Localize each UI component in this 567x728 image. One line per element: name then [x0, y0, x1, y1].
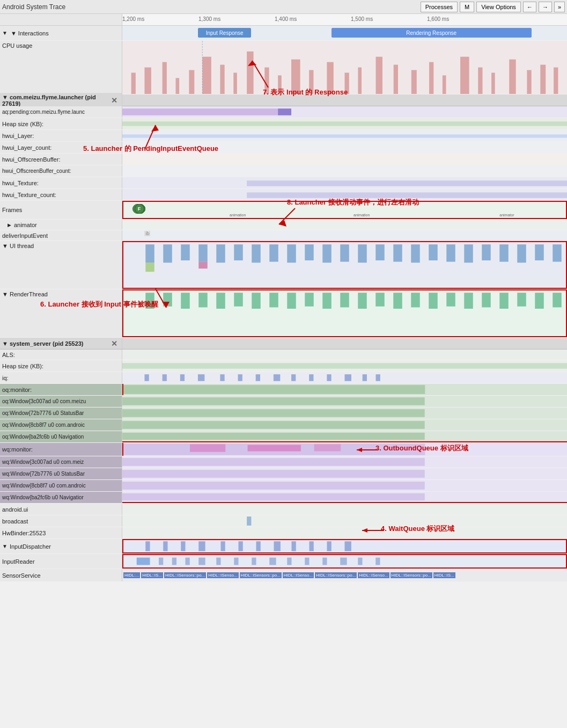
system-server-close-button[interactable]: ✕: [111, 339, 117, 348]
oq-window-3c-track: [122, 396, 567, 407]
svg-rect-23: [491, 72, 495, 94]
hidl-label-7: HIDL::ISensors::po...: [315, 572, 357, 578]
broadcast-label: broadcast: [0, 515, 122, 527]
svg-rect-89: [144, 374, 149, 381]
svg-rect-29: [122, 108, 278, 115]
processes-button[interactable]: Processes: [421, 2, 458, 12]
view-options-button[interactable]: View Options: [476, 2, 521, 12]
svg-rect-12: [309, 70, 313, 94]
svg-rect-136: [252, 558, 256, 565]
svg-rect-109: [190, 444, 225, 452]
svg-rect-27: [554, 68, 558, 94]
svg-rect-101: [363, 374, 367, 381]
heap-size-sys-track: [122, 360, 567, 372]
heap-size-sys-label: Heap size (KB):: [0, 360, 122, 372]
svg-rect-34: [247, 192, 567, 198]
svg-rect-75: [340, 293, 349, 307]
interactions-triangle[interactable]: ▼: [2, 30, 8, 36]
svg-rect-94: [238, 374, 242, 381]
interactions-text: ▼ Interactions: [11, 30, 49, 37]
svg-rect-42: [198, 244, 208, 261]
hwui-texture-track: [122, 177, 567, 188]
oq-window-ba-row: oq:Window{ba2fc6b u0 Navigation: [0, 431, 567, 443]
svg-rect-55: [411, 244, 420, 263]
oq-window-8c-track: [122, 419, 567, 431]
wq-window-8c-row: wq:Window{8cb8f7 u0 com.androic: [0, 480, 567, 492]
svg-rect-96: [274, 374, 280, 381]
iq-label: iq:: [0, 372, 122, 383]
inputdispatcher-label: ▼ InputDispatcher: [0, 539, 122, 554]
hwui-texture-count-track: [122, 189, 567, 200]
animator-track: [122, 220, 567, 230]
svg-rect-110: [248, 445, 301, 452]
wq-monitor-track: [122, 443, 567, 456]
android-ui-row: android.ui: [0, 504, 567, 515]
svg-rect-84: [499, 293, 509, 309]
svg-rect-62: [535, 244, 544, 260]
svg-rect-44: [216, 244, 225, 263]
svg-rect-134: [216, 558, 220, 565]
rendering-response-label: Rendering Response: [406, 30, 456, 36]
svg-rect-14: [345, 72, 349, 94]
svg-rect-121: [221, 541, 225, 551]
nav-expand-button[interactable]: »: [554, 2, 565, 12]
svg-rect-115: [122, 493, 425, 500]
svg-rect-112: [122, 458, 425, 466]
heap-size-launcher-track: [122, 118, 567, 129]
hwui-offscreen-count-label: hwui_OffscreenBuffer_count:: [0, 165, 122, 177]
input-response-label: Input Response: [206, 30, 244, 36]
svg-rect-82: [464, 293, 473, 309]
svg-rect-125: [292, 541, 296, 551]
timeline-label-spacer: [0, 14, 122, 25]
app-title: Android System Trace: [2, 3, 65, 11]
svg-rect-6: [220, 65, 224, 94]
svg-rect-113: [122, 470, 425, 478]
render-thread-label: ▼ RenderThread: [0, 289, 122, 337]
svg-rect-26: [540, 65, 546, 94]
inputdispatcher-triangle[interactable]: ▼: [2, 543, 8, 549]
svg-rect-135: [234, 558, 238, 565]
svg-rect-2: [163, 62, 167, 94]
inputreader-row: InputReader: [0, 554, 567, 569]
svg-rect-86: [535, 293, 544, 309]
hwbinder-label: HwBinder:25523: [0, 527, 122, 538]
svg-rect-139: [305, 558, 309, 565]
svg-rect-68: [216, 293, 225, 309]
svg-rect-58: [464, 244, 473, 263]
hwui-offscreen-label: hwui_OffscreenBuffer:: [0, 154, 122, 165]
nav-back-button[interactable]: ←: [523, 2, 536, 12]
svg-rect-32: [122, 134, 567, 137]
svg-rect-105: [122, 409, 425, 417]
svg-rect-5: [202, 57, 211, 94]
hwui-layer-count-row: hwui_Layer_count:: [0, 142, 567, 154]
ui-thread-label: ▼ UI thread: [0, 241, 122, 289]
frames-label: Frames: [0, 201, 122, 219]
rendering-response-bar: Rendering Response: [332, 28, 532, 38]
m-button[interactable]: M: [460, 2, 474, 12]
svg-rect-131: [172, 558, 176, 565]
nav-forward-button[interactable]: →: [539, 2, 552, 12]
launcher-close-button[interactable]: ✕: [111, 96, 117, 105]
svg-rect-21: [460, 57, 469, 94]
svg-rect-103: [123, 385, 425, 394]
svg-rect-17: [394, 65, 398, 94]
oq-window-72-label: oq:Window{72b7776 u0 StatusBar: [0, 407, 122, 419]
svg-rect-50: [322, 244, 332, 263]
hidl-label-8: HIDL::ISenso...: [358, 572, 389, 578]
svg-rect-41: [181, 244, 190, 260]
inputdispatcher-row: ▼ InputDispatcher: [0, 539, 567, 554]
als-row: ALS:: [0, 350, 567, 360]
sensorservice-row: SensorService HIDL:... HIDL::IS... HIDL:…: [0, 569, 567, 582]
hidl-label-10: HIDL::IS...: [433, 572, 455, 578]
broadcast-row: broadcast: [0, 515, 567, 527]
svg-rect-118: [163, 541, 167, 551]
oq-window-ba-label: oq:Window{ba2fc6b u0 Navigation: [0, 431, 122, 442]
svg-rect-129: [137, 558, 150, 565]
svg-rect-15: [358, 68, 362, 94]
wq-window-ba-track: [122, 492, 567, 503]
wq-window-72-label: wq:Window{72b7776 u0 StatusBar: [0, 468, 122, 479]
oq-monitor-label: oq:monitor:: [0, 384, 122, 395]
svg-rect-10: [278, 75, 282, 94]
svg-rect-61: [517, 244, 526, 263]
svg-rect-13: [327, 62, 333, 94]
